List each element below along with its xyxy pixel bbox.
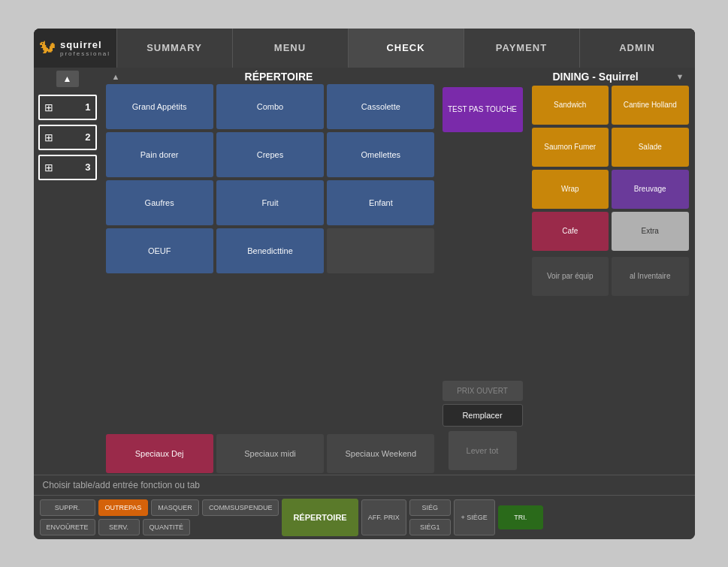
table-item-2[interactable]: ⊞ 2 [38, 125, 97, 150]
logo-main: squirrel [60, 39, 110, 50]
toolbar-left-col: SUPPR. ENVOÛRETE [40, 499, 95, 535]
nav-tabs: SUMMARY MENU CHECK PAYMENT ADMIN [116, 29, 695, 68]
table-icon-3: ⊞ [44, 161, 53, 173]
dining-grid: Sandwich Cantine Holland Saumon Fumer Sa… [526, 83, 695, 254]
plus-siege-btn[interactable]: + SIÈGE [454, 499, 495, 535]
mid-section: TEST PAS TOUCHE PRIX OUVERT Remplacer Le… [440, 83, 526, 475]
table-item-3[interactable]: ⊞ 3 [38, 155, 97, 180]
dining-extra-grid: Voir par équip al Inventaire [526, 254, 695, 299]
inner-row: Grand Appétits Combo Cassolette Pain dor… [101, 83, 695, 475]
speciaux-midi[interactable]: Speciaux midi [216, 434, 324, 473]
sieg1-btn[interactable]: SIÉG1 [409, 519, 451, 535]
table-icon-2: ⊞ [44, 131, 53, 143]
remplacer-btn[interactable]: Remplacer [443, 404, 523, 427]
menu-btn-empty [327, 228, 434, 273]
repertoire-grid: Grand Appétits Combo Cassolette Pain dor… [101, 83, 440, 275]
repertoire-title: RÉPERTOIRE [124, 71, 433, 83]
status-bar: Choisir table/add entrée fonction ou tab [34, 475, 695, 495]
repertoire-header: ▲ RÉPERTOIRE [107, 71, 433, 83]
table-num-1: 1 [85, 101, 90, 113]
toolbar-main-col: OUTREPAS MASQUER COMMSUSPENDUE SERV. QUA… [98, 499, 279, 535]
tab-summary[interactable]: SUMMARY [116, 29, 232, 68]
dining-cantine[interactable]: Cantine Holland [612, 86, 689, 125]
table-icon-1: ⊞ [44, 101, 53, 113]
dining-inventaire[interactable]: al Inventaire [612, 257, 689, 296]
repertoire-big-btn[interactable]: RÉPERTOIRE [282, 499, 358, 536]
dining-extra[interactable]: Extra [612, 212, 689, 251]
aff-prix-btn[interactable]: AFF. PRIX [361, 499, 406, 535]
lever-tot-btn[interactable]: Lever tot [449, 431, 517, 470]
menu-btn-crepes[interactable]: Crepes [216, 132, 324, 177]
table-item-1[interactable]: ⊞ 1 [38, 95, 97, 120]
menu-btn-oeuf[interactable]: OEUF [106, 228, 213, 273]
sieg-btn[interactable]: SIÉG [409, 499, 451, 516]
content-area: ▲ ⊞ 1 ⊞ 2 ⊞ 3 ▲ RÉPERTOIRE [34, 68, 695, 475]
dining-title: DINING - Squirrel [520, 71, 672, 83]
prix-area: PRIX OUVERT Remplacer [443, 379, 523, 428]
rep-up-arrow[interactable]: ▲ [107, 71, 125, 83]
dining-wrap[interactable]: Wrap [532, 170, 609, 209]
mid-spacer-2 [443, 135, 523, 379]
status-message: Choisir table/add entrée fonction ou tab [43, 480, 200, 490]
dining-cafe[interactable]: Cafe [532, 212, 609, 251]
app-container: 🐿 squirrel professional SUMMARY MENU CHE… [34, 29, 695, 539]
tri-btn[interactable]: TRI. [498, 505, 543, 529]
speciaux-row: Speciaux Dej Speciaux midi Speciaux Week… [101, 433, 440, 475]
menu-btn-gaufres[interactable]: Gaufres [106, 180, 213, 225]
menu-btn-grand-appetits[interactable]: Grand Appétits [106, 84, 213, 129]
tab-payment[interactable]: PAYMENT [464, 29, 579, 68]
test-pas-touche-btn[interactable]: TEST PAS TOUCHE [443, 87, 523, 132]
suppr-btn[interactable]: SUPPR. [40, 499, 95, 516]
sidebar-up-arrow[interactable]: ▲ [56, 71, 79, 87]
tab-admin[interactable]: ADMIN [579, 29, 695, 68]
nav-logo: 🐿 squirrel professional [34, 29, 116, 68]
siege-col: SIÉG SIÉG1 [409, 499, 451, 535]
tab-menu[interactable]: MENU [232, 29, 348, 68]
menu-btn-cassolette[interactable]: Cassolette [327, 84, 434, 129]
menu-btn-fruit[interactable]: Fruit [216, 180, 324, 225]
commsuspendue-btn[interactable]: COMMSUSPENDUE [202, 499, 279, 516]
menu-btn-enfant[interactable]: Enfant [327, 180, 434, 225]
outrepas-btn[interactable]: OUTREPAS [98, 499, 149, 516]
dining-sandwich[interactable]: Sandwich [532, 86, 609, 125]
dining-section: Sandwich Cantine Holland Saumon Fumer Sa… [526, 83, 695, 475]
logo-sub: professional [60, 50, 110, 57]
squirrel-icon: 🐿 [39, 38, 56, 58]
menu-btn-combo[interactable]: Combo [216, 84, 324, 129]
top-nav: 🐿 squirrel professional SUMMARY MENU CHE… [34, 29, 695, 68]
logo-text: squirrel professional [60, 39, 110, 57]
dining-breuvage[interactable]: Breuvage [612, 170, 689, 209]
dining-header: DINING - Squirrel ▼ [520, 71, 689, 83]
tab-check[interactable]: CHECK [348, 29, 464, 68]
bottom-toolbar: SUPPR. ENVOÛRETE OUTREPAS MASQUER COMMSU… [34, 495, 695, 539]
dining-down-arrow[interactable]: ▼ [672, 71, 689, 83]
main-area: ▲ RÉPERTOIRE DINING - Squirrel ▼ Grand A… [101, 68, 695, 475]
menu-btn-benedicttine[interactable]: Benedicttine [216, 228, 324, 273]
prix-ouvert-btn[interactable]: PRIX OUVERT [443, 381, 523, 401]
serv-btn[interactable]: SERV. [98, 519, 140, 535]
speciaux-dej[interactable]: Speciaux Dej [106, 434, 213, 473]
menu-btn-pain-dorer[interactable]: Pain dorer [106, 132, 213, 177]
dining-saumon[interactable]: Saumon Fumer [532, 128, 609, 167]
menu-btn-omellettes[interactable]: Omellettes [327, 132, 434, 177]
table-num-3: 3 [85, 161, 90, 173]
table-num-2: 2 [85, 131, 90, 143]
speciaux-weekend[interactable]: Speciaux Weekend [327, 434, 434, 473]
headers-row: ▲ RÉPERTOIRE DINING - Squirrel ▼ [101, 68, 695, 83]
repertoire-section: Grand Appétits Combo Cassolette Pain dor… [101, 83, 440, 475]
dining-voir[interactable]: Voir par équip [532, 257, 609, 296]
dining-salade[interactable]: Salade [612, 128, 689, 167]
quantite-btn[interactable]: QUANTITÉ [143, 519, 191, 535]
left-sidebar: ▲ ⊞ 1 ⊞ 2 ⊞ 3 [34, 68, 101, 475]
masquer-btn[interactable]: MASQUER [151, 499, 199, 516]
envourete-btn[interactable]: ENVOÛRETE [40, 519, 95, 535]
